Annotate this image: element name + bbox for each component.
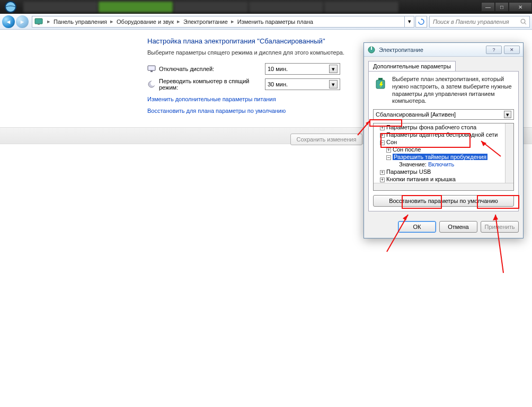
power-options-dialog: Электропитание ? ✕ Дополнительные параме… — [363, 42, 524, 238]
crumb-power[interactable]: Электропитание — [182, 19, 229, 25]
dialog-titlebar: Электропитание ? ✕ — [364, 43, 523, 57]
moon-icon — [147, 80, 156, 89]
display-off-select[interactable]: 10 мин. ▾ — [265, 63, 340, 75]
breadcrumb-dropdown[interactable]: ▾ — [405, 16, 414, 28]
tree-item-sleep[interactable]: Сон — [386, 139, 397, 145]
restore-defaults-button[interactable]: Восстановить параметры по умолчанию — [373, 195, 514, 207]
tree-item[interactable]: Параметры фона рабочего стола — [386, 124, 476, 130]
crumb-control-panel[interactable]: Панель управления — [52, 19, 108, 25]
close-button[interactable]: ✕ — [509, 2, 532, 12]
search-box[interactable] — [429, 16, 530, 28]
cancel-button[interactable]: Отмена — [439, 221, 477, 233]
tab-advanced[interactable]: Дополнительные параметры — [368, 61, 456, 71]
refresh-button[interactable] — [415, 16, 427, 28]
svg-rect-14 — [378, 78, 383, 80]
scrollbar-horizontal[interactable] — [374, 183, 513, 190]
sleep-label: Переводить компьютер в спящий режим: — [159, 78, 265, 91]
svg-rect-7 — [148, 66, 155, 70]
tree-value[interactable]: Включить — [428, 161, 454, 167]
save-button[interactable]: Сохранить изменения — [290, 134, 362, 145]
back-button[interactable]: ◄ — [2, 15, 15, 28]
dialog-title: Электропитание — [379, 47, 484, 53]
chevron-down-icon: ▾ — [329, 65, 338, 73]
help-button[interactable]: ? — [486, 46, 502, 54]
plan-select[interactable]: Сбалансированный [Активен] ▾ — [373, 109, 514, 120]
ok-button[interactable]: ОК — [398, 221, 436, 233]
tree-item[interactable]: Параметры USB — [386, 169, 431, 175]
tree-item[interactable]: Сон после — [393, 146, 421, 153]
control-panel-icon — [34, 17, 43, 26]
chevron-down-icon: ▾ — [504, 111, 511, 118]
browser-tabs — [21, 2, 481, 12]
tree-value-label: Значение: — [399, 161, 427, 167]
minimize-button[interactable]: — — [481, 2, 495, 12]
svg-rect-12 — [371, 47, 372, 50]
settings-tree[interactable]: +Параметры фона рабочего стола +Параметр… — [373, 123, 514, 191]
svg-point-1 — [6, 2, 15, 12]
tree-item[interactable]: Параметры адаптера беспроводной сети — [386, 131, 498, 138]
display-icon — [147, 65, 156, 73]
plan-value: Сбалансированный [Активен] — [376, 111, 456, 118]
svg-point-5 — [521, 19, 525, 23]
scrollbar-vertical[interactable] — [505, 123, 513, 183]
search-input[interactable] — [430, 19, 520, 25]
crumb-edit-plan[interactable]: Изменить параметры плана — [236, 19, 314, 25]
maximize-button[interactable]: □ — [495, 2, 509, 12]
taskbar: — □ ✕ — [0, 0, 532, 14]
chevron-down-icon: ▾ — [329, 80, 338, 89]
svg-rect-3 — [38, 24, 40, 25]
display-off-label: Отключать дисплей: — [159, 66, 265, 72]
tree-item[interactable]: Кнопки питания и крышка — [386, 176, 456, 182]
apply-button[interactable]: Применить — [481, 221, 519, 233]
breadcrumb[interactable]: ▸ Панель управления ▸ Оборудование и зву… — [32, 16, 405, 28]
start-orb[interactable] — [0, 0, 21, 14]
crumb-hardware[interactable]: Оборудование и звук — [116, 19, 175, 25]
sleep-select[interactable]: 30 мин. ▾ — [265, 78, 340, 90]
forward-button[interactable]: ► — [16, 15, 29, 28]
explorer-navbar: ◄ ► ▸ Панель управления ▸ Оборудование и… — [0, 14, 532, 30]
battery-icon — [373, 76, 389, 92]
sleep-value: 30 мин. — [268, 81, 288, 87]
svg-line-6 — [525, 23, 526, 24]
tree-item-wake-timers[interactable]: Разрешить таймеры пробуждения — [393, 154, 487, 160]
svg-rect-2 — [35, 19, 42, 24]
search-icon — [520, 18, 527, 25]
svg-point-10 — [150, 81, 156, 86]
power-icon — [367, 46, 376, 54]
display-off-value: 10 мин. — [268, 66, 288, 72]
svg-rect-8 — [150, 70, 153, 72]
dialog-description: Выберите план электропитания, который ну… — [392, 76, 514, 105]
dialog-close-button[interactable]: ✕ — [504, 46, 520, 54]
